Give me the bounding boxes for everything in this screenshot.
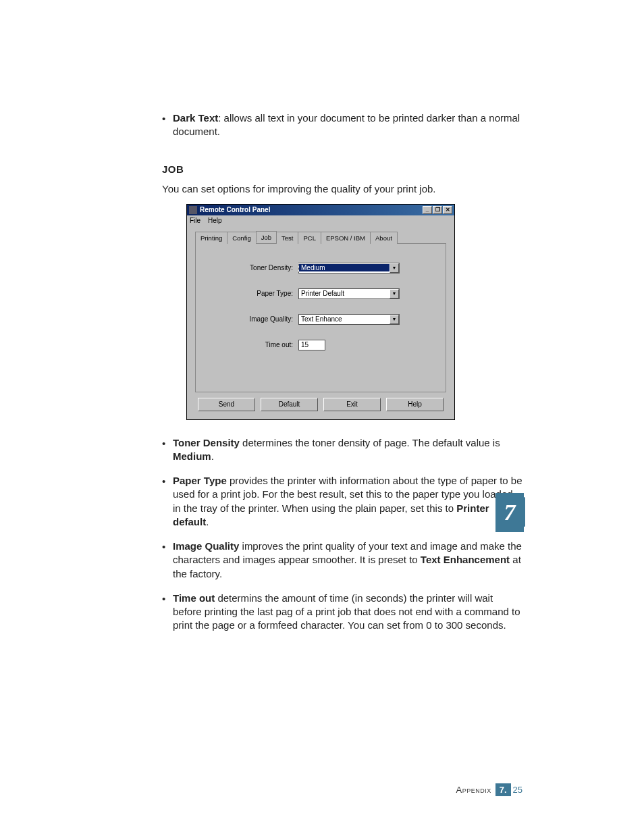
footer-label: Appendix [456, 785, 491, 795]
intro-text: You can set options for improving the qu… [162, 183, 522, 194]
bullet-dark-text: • Dark Text: allows all text in your doc… [162, 111, 522, 139]
toner-density-dropdown[interactable]: Medium ▼ [298, 263, 400, 273]
desc-bold: Time out [173, 592, 215, 604]
bullet-dot: • [162, 111, 173, 124]
footer-chapter: 7. [495, 783, 511, 796]
time-out-input[interactable]: 15 [298, 340, 325, 350]
menubar: File Help [187, 215, 454, 226]
dark-text-rest: : allows all text in your document to be… [173, 112, 520, 137]
desc-bold2: Medium [173, 450, 211, 462]
window-title: Remote Control Panel [200, 206, 423, 213]
chapter-tab: 7 [495, 493, 524, 532]
desc-text: determins the amount of time (in seconds… [173, 592, 520, 631]
tab-test[interactable]: Test [276, 232, 298, 244]
label-paper-type: Paper Type: [205, 290, 298, 297]
dialog-body: Printing Config Job Test PCL EPSON / IBM… [187, 226, 454, 419]
exit-button[interactable]: Exit [323, 398, 381, 411]
chevron-down-icon: ▼ [390, 263, 399, 273]
minimize-button[interactable]: _ [423, 206, 432, 214]
dialog-buttons: Send Default Exit Help [195, 398, 446, 411]
label-time-out: Time out: [205, 341, 298, 348]
close-button[interactable]: ✕ [443, 206, 452, 214]
tab-job[interactable]: Job [256, 231, 277, 243]
image-quality-dropdown[interactable]: Text Enhance ▼ [298, 314, 400, 325]
desc-text2: . [206, 516, 209, 527]
label-toner-density: Toner Density: [205, 264, 298, 271]
bullet-dot: • [162, 540, 173, 552]
section-heading-job: JOB [162, 163, 522, 175]
bullet-text: Image Quality improves the print quality… [173, 540, 522, 581]
paper-type-value: Printer Default [299, 290, 390, 297]
desc-text: determines the toner density of page. Th… [240, 437, 500, 448]
tab-pcl[interactable]: PCL [298, 232, 321, 244]
desc-bold: Toner Density [173, 437, 240, 448]
tab-panel-job: Toner Density: Medium ▼ Paper Type: Prin… [195, 244, 446, 392]
window-controls: _ ❐ ✕ [423, 206, 452, 214]
send-button[interactable]: Send [198, 398, 255, 411]
bullet-paper-type: • Paper Type provides the printer with i… [162, 474, 522, 529]
row-image-quality: Image Quality: Text Enhance ▼ [205, 314, 436, 325]
page-footer: Appendix 7. 25 [456, 783, 523, 796]
dark-text-bold: Dark Text [173, 112, 218, 124]
paper-type-dropdown[interactable]: Printer Default ▼ [298, 288, 400, 299]
desc-text2: . [211, 450, 214, 462]
bullet-dot: • [162, 592, 173, 604]
row-paper-type: Paper Type: Printer Default ▼ [205, 288, 436, 299]
toner-density-value: Medium [299, 264, 390, 271]
window-icon [189, 206, 197, 214]
titlebar[interactable]: Remote Control Panel _ ❐ ✕ [187, 205, 454, 215]
desc-bold: Image Quality [173, 540, 239, 552]
document-page: • Dark Text: allows all text in your doc… [0, 0, 644, 834]
tab-about[interactable]: About [370, 232, 398, 244]
bullet-time-out: • Time out determins the amount of time … [162, 592, 522, 633]
chevron-down-icon: ▼ [390, 289, 399, 298]
image-quality-value: Text Enhance [299, 315, 390, 323]
maximize-button[interactable]: ❐ [433, 206, 442, 214]
desc-bold: Paper Type [173, 475, 227, 486]
label-image-quality: Image Quality: [205, 315, 298, 323]
tab-epson-ibm[interactable]: EPSON / IBM [321, 232, 371, 244]
bullet-toner-density: • Toner Density determines the toner den… [162, 436, 522, 464]
bullet-text: Paper Type provides the printer with inf… [173, 474, 522, 529]
description-list: • Toner Density determines the toner den… [162, 436, 522, 633]
tab-strip: Printing Config Job Test PCL EPSON / IBM… [195, 231, 446, 244]
help-button[interactable]: Help [386, 398, 444, 411]
bullet-text: Toner Density determines the toner densi… [173, 436, 522, 464]
desc-bold2: Text Enhancement [421, 554, 510, 565]
remote-control-panel-dialog: Remote Control Panel _ ❐ ✕ File Help Pri… [186, 204, 455, 420]
default-button[interactable]: Default [261, 398, 318, 411]
tab-printing[interactable]: Printing [195, 232, 227, 244]
footer-page: 25 [513, 785, 522, 795]
bullet-dot: • [162, 436, 173, 449]
row-time-out: Time out: 15 [205, 340, 436, 350]
tab-config[interactable]: Config [227, 232, 256, 244]
row-toner-density: Toner Density: Medium ▼ [205, 263, 436, 273]
menu-help[interactable]: Help [208, 217, 222, 224]
bullet-text: Dark Text: allows all text in your docum… [173, 111, 522, 139]
menu-file[interactable]: File [190, 217, 200, 224]
bullet-image-quality: • Image Quality improves the print quali… [162, 540, 522, 581]
chevron-down-icon: ▼ [390, 315, 399, 324]
bullet-text: Time out determins the amount of time (i… [173, 592, 522, 633]
bullet-dot: • [162, 474, 173, 487]
